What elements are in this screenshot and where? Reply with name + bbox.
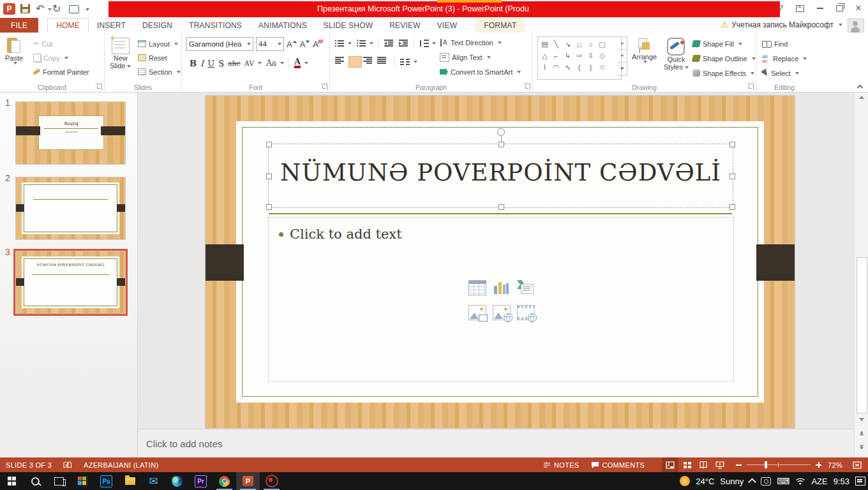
tab-animations[interactable]: ANIMATIONS bbox=[250, 18, 315, 33]
tab-slideshow[interactable]: SLIDE SHOW bbox=[315, 18, 381, 33]
taskbar-mail[interactable]: ✉ bbox=[142, 472, 165, 490]
resize-handle[interactable] bbox=[730, 142, 735, 147]
normal-view-button[interactable] bbox=[662, 457, 678, 472]
undo-icon[interactable]: ↶ bbox=[36, 3, 44, 15]
insert-table-icon[interactable] bbox=[468, 280, 486, 295]
start-from-slide-icon[interactable] bbox=[69, 5, 79, 13]
tab-transitions[interactable]: TRANSITIONS bbox=[181, 18, 250, 33]
line-spacing-button[interactable] bbox=[419, 40, 429, 47]
taskbar-powerpoint-active[interactable]: P bbox=[236, 472, 260, 490]
shapes-more-button[interactable] bbox=[618, 63, 627, 75]
resize-handle[interactable] bbox=[498, 204, 504, 210]
text-shadow-button[interactable]: S bbox=[218, 59, 224, 68]
start-button[interactable] bbox=[0, 472, 24, 490]
task-view-button[interactable] bbox=[47, 472, 71, 490]
tray-record-icon[interactable] bbox=[761, 477, 771, 486]
title-placeholder[interactable]: NÜMUNƏ POVERPOİNT CƏDVƏLİ bbox=[268, 144, 733, 208]
insert-video-icon[interactable] bbox=[517, 305, 535, 320]
zoom-slider[interactable] bbox=[747, 464, 811, 465]
reading-view-button[interactable] bbox=[695, 457, 712, 472]
zoom-level[interactable]: 72% bbox=[821, 457, 849, 472]
shape-gallery-item[interactable]: ☆ bbox=[597, 62, 608, 73]
shape-gallery-item[interactable]: ◠ bbox=[551, 62, 562, 73]
new-slide-button[interactable]: New Slide bbox=[110, 38, 131, 70]
tab-file[interactable]: FILE bbox=[0, 18, 38, 33]
collapse-ribbon-button[interactable] bbox=[858, 84, 863, 89]
slide-thumbnail-3-selected[interactable]: NÜMUNƏ POVERPOİNT CƏDVƏLİ bbox=[15, 251, 126, 314]
hidden-icons-chevron[interactable] bbox=[748, 478, 756, 486]
redo-icon[interactable]: ↻ bbox=[52, 3, 61, 15]
slideshow-view-button[interactable] bbox=[712, 457, 728, 472]
shape-gallery-item[interactable]: ╲ bbox=[551, 39, 562, 50]
shape-gallery-item[interactable]: ▤ bbox=[539, 39, 550, 50]
slide[interactable]: NÜMUNƏ POVERPOİNT CƏDVƏLİ Click to add t… bbox=[206, 96, 795, 428]
status-language[interactable]: AZERBAIJANI (LATIN) bbox=[78, 457, 164, 472]
slide-title-text[interactable]: NÜMUNƏ POVERPOİNT CƏDVƏLİ bbox=[269, 159, 733, 186]
taskbar-edge[interactable] bbox=[165, 472, 189, 490]
shape-gallery-item[interactable]: { bbox=[574, 62, 585, 73]
font-dialog-launcher[interactable] bbox=[321, 84, 327, 90]
insert-online-pictures-icon[interactable] bbox=[493, 305, 511, 320]
slide-sorter-view-button[interactable] bbox=[678, 457, 695, 472]
shape-gallery-item[interactable]: } bbox=[585, 62, 596, 73]
shape-effects-button[interactable]: Shape Effects bbox=[692, 67, 756, 79]
layout-button[interactable]: Layout bbox=[138, 38, 181, 50]
bold-button[interactable]: B bbox=[190, 59, 197, 68]
increase-indent-button[interactable] bbox=[399, 40, 408, 47]
change-case-button[interactable]: Aa bbox=[266, 59, 276, 68]
comments-button[interactable]: COMMENTS bbox=[585, 457, 651, 472]
select-button[interactable]: Select bbox=[762, 67, 807, 79]
restore-button[interactable] bbox=[832, 3, 846, 14]
tab-format[interactable]: FORMAT bbox=[475, 18, 525, 33]
replace-button[interactable]: abacReplace bbox=[762, 52, 807, 64]
scroll-up-icon[interactable] bbox=[859, 96, 864, 99]
taskbar-file-explorer[interactable] bbox=[118, 472, 142, 490]
resize-handle[interactable] bbox=[266, 204, 272, 210]
shape-gallery-item[interactable]: ○ bbox=[585, 39, 596, 50]
vertical-scrollbar[interactable] bbox=[854, 93, 868, 457]
format-painter-button[interactable]: Format Painter bbox=[33, 66, 89, 78]
avatar[interactable] bbox=[848, 19, 864, 34]
shape-gallery-item[interactable]: ▢ bbox=[597, 39, 608, 50]
taskbar-search-button[interactable] bbox=[24, 472, 47, 490]
text-direction-button[interactable]: Text Direction bbox=[440, 36, 521, 48]
notes-placeholder[interactable]: Click to add notes bbox=[146, 438, 222, 449]
shape-gallery-item[interactable]: ⌐ bbox=[551, 50, 562, 61]
action-center-icon[interactable] bbox=[855, 477, 865, 486]
next-slide-button[interactable] bbox=[859, 445, 864, 450]
shapes-gallery[interactable]: ▤ ╲ ↘ □ ○ ▢ △ ⌐ ↳ ⇨ ⇩ ◇ ⌇ ◠ ∿ { } ☆ bbox=[537, 36, 622, 80]
weather-sun-icon[interactable] bbox=[680, 476, 690, 486]
bullets-button[interactable] bbox=[335, 40, 345, 47]
rotation-handle[interactable] bbox=[497, 128, 505, 136]
body-placeholder-text[interactable]: Click to add text bbox=[290, 226, 402, 242]
notes-toggle-button[interactable]: NOTES bbox=[537, 457, 585, 472]
help-button[interactable]: ? bbox=[774, 3, 788, 14]
resize-handle[interactable] bbox=[498, 142, 504, 147]
insert-smartart-icon[interactable] bbox=[517, 280, 534, 294]
drawing-dialog-launcher[interactable] bbox=[747, 84, 754, 90]
find-button[interactable]: Find bbox=[762, 38, 807, 50]
cut-button[interactable]: ✂Cut bbox=[33, 38, 89, 50]
slide-thumbnail-1[interactable]: Başlıq alt başlıq mətni bbox=[15, 101, 126, 165]
taskbar-premiere[interactable]: Pr bbox=[189, 472, 213, 490]
taskbar-chrome[interactable] bbox=[213, 472, 236, 490]
shape-gallery-item[interactable]: ⇨ bbox=[574, 50, 585, 61]
align-text-button[interactable]: Align Text bbox=[440, 51, 521, 63]
character-spacing-button[interactable]: AV bbox=[244, 59, 254, 68]
resize-handle[interactable] bbox=[266, 174, 272, 179]
columns-button[interactable] bbox=[400, 58, 410, 66]
arrange-button[interactable]: Arrange bbox=[632, 38, 657, 63]
resize-handle[interactable] bbox=[730, 174, 735, 179]
save-icon[interactable] bbox=[20, 4, 30, 13]
shape-fill-button[interactable]: Shape Fill bbox=[692, 38, 756, 50]
insert-pictures-icon[interactable] bbox=[468, 305, 486, 320]
zoom-out-button[interactable] bbox=[736, 464, 742, 466]
account-area[interactable]: ⚠ Учетная запись Майкрософт bbox=[721, 20, 842, 29]
align-left-button[interactable] bbox=[335, 57, 347, 67]
scrollbar-thumb[interactable] bbox=[857, 257, 867, 413]
shapes-scroll-down-button[interactable] bbox=[618, 50, 627, 63]
italic-button[interactable]: I bbox=[200, 59, 204, 68]
minimize-button[interactable] bbox=[813, 3, 827, 14]
tab-insert[interactable]: INSERT bbox=[89, 18, 134, 33]
shape-outline-button[interactable]: Shape Outline bbox=[692, 52, 756, 64]
